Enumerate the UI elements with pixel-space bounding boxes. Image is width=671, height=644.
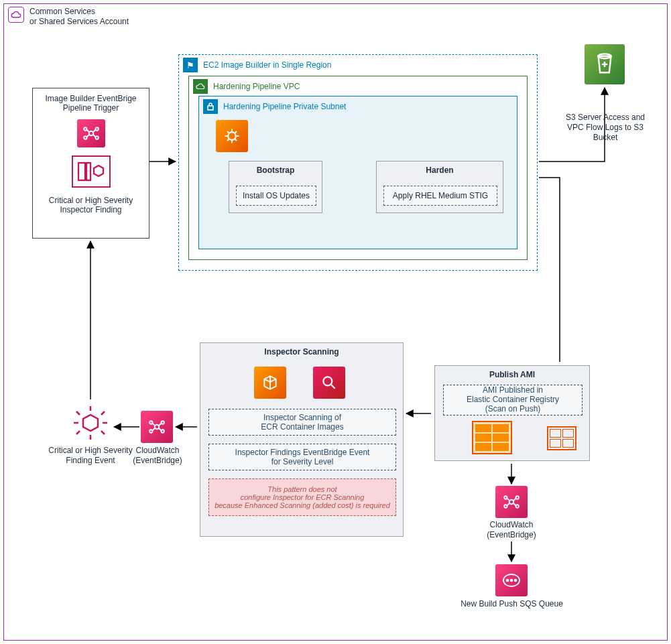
sqs-caption: New Build Push SQS Queue bbox=[449, 599, 574, 609]
publish-title: Publish AMI bbox=[435, 366, 589, 379]
finding-event-icon bbox=[71, 403, 110, 442]
vpc-title: Hardening Pipeline VPC bbox=[213, 82, 300, 91]
bootstrap-panel: Bootstrap Install OS Updates bbox=[229, 161, 322, 213]
svg-point-31 bbox=[149, 421, 152, 424]
svg-point-27 bbox=[511, 580, 513, 582]
svg-point-22 bbox=[516, 496, 519, 499]
finding-event-caption: Critical or High Severity Finding Event bbox=[44, 446, 137, 466]
publish-desc: AMI Published in Elastic Container Regis… bbox=[443, 385, 583, 415]
bootstrap-step: Install OS Updates bbox=[236, 186, 316, 206]
harden-panel: Harden Apply RHEL Medium STIG bbox=[376, 161, 503, 213]
publish-panel: Publish AMI AMI Published in Elastic Con… bbox=[434, 365, 590, 461]
svg-point-23 bbox=[504, 505, 507, 507]
sqs-icon bbox=[495, 564, 528, 596]
harden-title: Harden bbox=[377, 162, 503, 175]
cloudwatch-right-caption: CloudWatch (EventBridge) bbox=[471, 520, 552, 540]
eventbridge-icon bbox=[77, 119, 105, 147]
svg-point-30 bbox=[155, 425, 160, 430]
svg-point-26 bbox=[507, 580, 509, 582]
subnet-lock-icon bbox=[203, 99, 218, 114]
svg-point-34 bbox=[162, 430, 164, 432]
inspector-warning: This pattern does not configure Inspecto… bbox=[208, 478, 396, 516]
region-icon: ⚑ bbox=[183, 58, 198, 72]
region-title: EC2 Image Builder in Single Region bbox=[203, 60, 331, 70]
svg-point-14 bbox=[95, 136, 98, 139]
svg-point-21 bbox=[504, 496, 507, 499]
svg-point-11 bbox=[84, 127, 86, 130]
trigger-box: Image Builder EventBrige Pipeline Trigge… bbox=[32, 88, 149, 239]
inspector-title: Inspector Scanning bbox=[200, 343, 403, 357]
svg-point-18 bbox=[228, 132, 236, 140]
subnet-title: Hardening Pipeline Private Subnet bbox=[223, 102, 346, 111]
svg-point-20 bbox=[509, 500, 514, 505]
subnet-box: Hardening Pipeline Private Subnet Bootst… bbox=[198, 96, 517, 249]
inspector-line2: Inspector Findings EventBridge Event for… bbox=[208, 444, 396, 470]
ecr-scan-icon bbox=[254, 367, 286, 399]
svg-point-28 bbox=[515, 580, 517, 582]
trigger-finding: Critical or High Severity Inspector Find… bbox=[37, 196, 145, 214]
trigger-title: Image Builder EventBrige Pipeline Trigge… bbox=[37, 94, 145, 113]
bootstrap-title: Bootstrap bbox=[229, 162, 322, 175]
svg-rect-15 bbox=[78, 163, 85, 180]
svg-point-24 bbox=[516, 505, 519, 507]
inspector-line1: Inspector Scanning of ECR Container Imag… bbox=[208, 409, 396, 436]
vpc-icon bbox=[193, 79, 208, 94]
s3-bucket-icon bbox=[585, 44, 625, 84]
ami-icon bbox=[547, 426, 576, 450]
inspector-finding-icon bbox=[72, 155, 111, 188]
cloudwatch-left-icon bbox=[141, 411, 173, 443]
s3-caption: S3 Server Access and VPC Flow Logs to S3… bbox=[555, 113, 656, 143]
svg-point-29 bbox=[323, 377, 332, 385]
ecr-icon bbox=[472, 421, 512, 454]
cloud-icon bbox=[8, 7, 24, 23]
svg-point-12 bbox=[95, 127, 98, 130]
harden-step: Apply RHEL Medium STIG bbox=[383, 186, 497, 206]
svg-point-32 bbox=[162, 421, 164, 424]
svg-rect-17 bbox=[208, 106, 213, 110]
account-title: Common Services or Shared Services Accou… bbox=[29, 7, 129, 27]
inspector-panel: Inspector Scanning Inspector Scanning of… bbox=[200, 342, 404, 537]
svg-point-13 bbox=[84, 136, 86, 139]
image-builder-icon bbox=[216, 120, 248, 152]
cloudwatch-right-icon bbox=[495, 486, 528, 518]
inspector-icon bbox=[313, 367, 345, 399]
svg-point-33 bbox=[149, 430, 152, 432]
svg-rect-16 bbox=[86, 163, 90, 180]
svg-point-10 bbox=[88, 131, 93, 136]
